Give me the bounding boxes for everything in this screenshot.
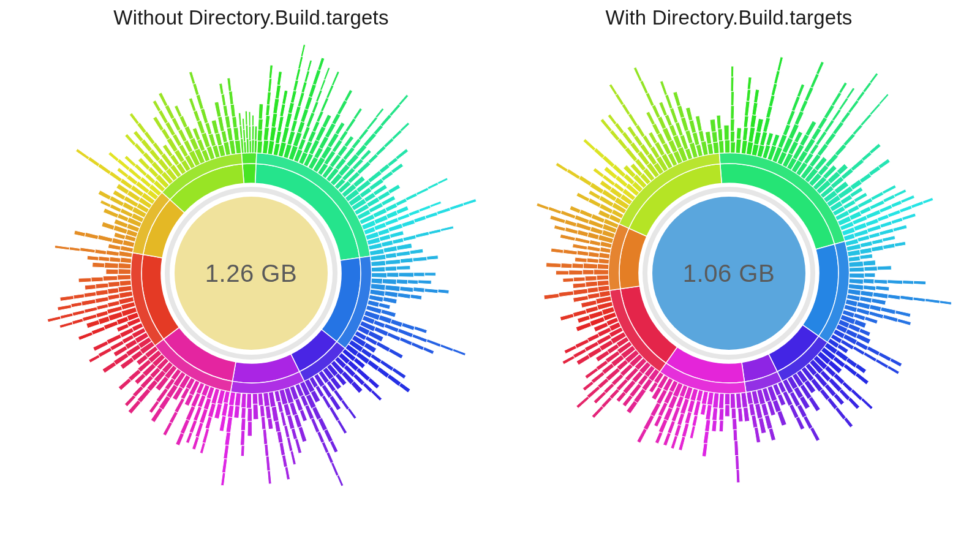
sunburst-chart-with[interactable]: 1.06 GB [502,34,956,512]
sunburst-chart-without[interactable]: 1.26 GB [24,34,478,512]
svg-point-3 [652,197,805,350]
chart-panel-without: Without Directory.Build.targets 1.26 GB [12,6,490,512]
charts-row: Without Directory.Build.targets 1.26 GB … [0,0,980,533]
chart-title: Without Directory.Build.targets [113,6,388,29]
chart-title: With Directory.Build.targets [606,6,853,29]
svg-point-1 [175,197,328,350]
chart-panel-with: With Directory.Build.targets 1.06 GB [490,6,968,512]
